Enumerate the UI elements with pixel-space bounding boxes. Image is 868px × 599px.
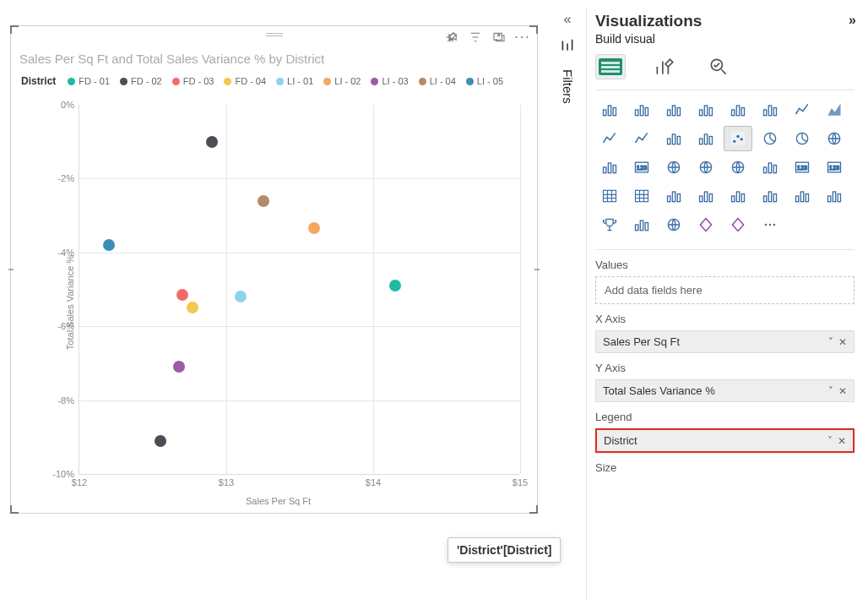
legend-item[interactable]: FD - 01 <box>68 76 110 86</box>
more-options-icon[interactable]: ··· <box>515 30 530 45</box>
resize-handle-br[interactable] <box>529 505 538 514</box>
svg-rect-14 <box>677 108 680 116</box>
filter-icon[interactable] <box>468 30 483 45</box>
format-visual-tab[interactable] <box>649 54 680 79</box>
svg-rect-66 <box>796 196 799 202</box>
expand-panel-icon[interactable]: » <box>849 13 856 28</box>
focus-mode-icon[interactable] <box>491 30 507 45</box>
viz-type-azure-map[interactable] <box>724 155 752 180</box>
pin-icon[interactable] <box>444 30 459 45</box>
chevron-down-icon[interactable]: ˅ <box>827 435 833 447</box>
viz-type-stacked-bar-100[interactable] <box>724 97 752 123</box>
viz-type-clustered-column[interactable] <box>692 97 720 123</box>
viz-type-py[interactable] <box>692 183 720 209</box>
viz-type-kpi[interactable]: 123 <box>788 155 816 180</box>
remove-field-icon[interactable]: ✕ <box>838 336 847 348</box>
resize-handle-tl[interactable] <box>10 25 19 34</box>
viz-type-waterfall[interactable] <box>659 126 688 151</box>
svg-rect-71 <box>838 194 840 202</box>
legend-item[interactable]: LI - 02 <box>323 76 361 86</box>
data-point[interactable] <box>206 136 218 148</box>
viz-type-map[interactable] <box>659 155 688 180</box>
viz-type-clustered-bar[interactable] <box>627 97 656 123</box>
viz-type-card2[interactable]: 123 <box>627 155 656 180</box>
svg-rect-25 <box>672 134 675 144</box>
viz-type-powerapps[interactable] <box>692 212 720 237</box>
viz-type-table[interactable] <box>595 183 624 209</box>
collapse-filters-icon[interactable]: « <box>564 12 572 27</box>
filters-pane-icon[interactable] <box>559 39 576 52</box>
values-well[interactable]: Add data fields here <box>595 276 854 304</box>
viz-type-matrix[interactable] <box>627 183 656 209</box>
analytics-tab[interactable] <box>703 54 734 79</box>
viz-type-treemap[interactable] <box>820 126 849 151</box>
viz-type-more[interactable] <box>756 212 784 237</box>
legend-swatch <box>371 78 378 85</box>
viz-type-stacked-column[interactable] <box>659 97 688 123</box>
legend-label: Legend <box>595 411 854 423</box>
viz-type-funnel[interactable] <box>692 126 720 151</box>
build-visual-tab[interactable] <box>595 54 626 79</box>
viz-type-bar-small[interactable] <box>627 212 656 237</box>
viz-type-key-influencers[interactable] <box>756 183 784 209</box>
chevron-down-icon[interactable]: ˅ <box>828 385 833 397</box>
data-point[interactable] <box>235 291 247 302</box>
viz-type-stacked-bar[interactable] <box>595 97 624 123</box>
data-point[interactable] <box>103 239 115 251</box>
viz-type-pie[interactable] <box>756 126 784 151</box>
svg-rect-52 <box>604 190 616 201</box>
legend-item[interactable]: LI - 04 <box>419 76 456 86</box>
svg-rect-69 <box>828 196 831 202</box>
viz-type-powerautomate[interactable] <box>724 212 752 237</box>
viz-type-paginated[interactable] <box>820 183 849 209</box>
viz-type-map2[interactable] <box>659 212 688 237</box>
data-point[interactable] <box>258 195 269 207</box>
viz-type-decomp[interactable] <box>724 183 752 209</box>
legend-swatch <box>68 78 75 85</box>
data-point[interactable] <box>173 361 185 373</box>
viz-type-filled-map[interactable] <box>692 155 720 180</box>
xaxis-field-chip[interactable]: Sales Per Sq Ft ˅ ✕ <box>595 330 854 353</box>
svg-point-78 <box>773 224 776 226</box>
viz-type-clustered-column-line[interactable] <box>756 97 784 123</box>
viz-type-gauge[interactable] <box>595 155 624 180</box>
viz-type-r[interactable] <box>659 183 688 209</box>
viz-type-donut[interactable] <box>788 126 816 151</box>
scatter-plot-area[interactable]: $12$13$14$150%-2%-4%-6%-8%-10% <box>79 105 520 475</box>
remove-field-icon[interactable]: ✕ <box>838 385 847 397</box>
legend-item[interactable]: FD - 02 <box>120 76 162 86</box>
viz-type-line-clustered[interactable] <box>627 126 656 151</box>
resize-handle-left[interactable] <box>8 269 14 270</box>
legend-item[interactable]: FD - 04 <box>224 76 266 86</box>
viz-type-line[interactable] <box>788 97 816 123</box>
legend-field-chip[interactable]: District ˅ ✕ <box>595 428 854 453</box>
data-point[interactable] <box>176 289 188 301</box>
svg-rect-10 <box>640 106 643 116</box>
chevron-down-icon[interactable]: ˅ <box>828 336 833 348</box>
legend-item[interactable]: LI - 03 <box>371 76 408 86</box>
filters-label[interactable]: Filters <box>561 69 575 104</box>
legend-item-label: LI - 04 <box>430 76 456 86</box>
resize-handle-right[interactable] <box>534 269 540 270</box>
visual-drag-handle[interactable] <box>264 33 285 36</box>
data-point[interactable] <box>308 222 320 234</box>
data-point[interactable] <box>155 435 166 447</box>
data-point[interactable] <box>389 280 401 291</box>
data-point[interactable] <box>187 302 198 313</box>
legend-item[interactable]: LI - 01 <box>276 76 313 86</box>
viz-type-chat[interactable] <box>788 183 816 209</box>
viz-type-scatter-chart[interactable] <box>724 126 752 151</box>
viz-type-line-stacked[interactable] <box>595 126 624 151</box>
svg-rect-28 <box>704 134 707 144</box>
legend-item[interactable]: LI - 05 <box>466 76 503 86</box>
svg-rect-15 <box>700 110 703 116</box>
viz-type-area[interactable] <box>820 97 849 123</box>
yaxis-field-chip[interactable]: Total Sales Variance % ˅ ✕ <box>595 379 854 402</box>
legend-item[interactable]: FD - 03 <box>172 76 214 86</box>
chart-visual-container[interactable]: ··· Sales Per Sq Ft and Total Sales Vari… <box>10 25 538 514</box>
viz-type-trophy[interactable] <box>595 212 624 237</box>
resize-handle-bl[interactable] <box>10 505 19 514</box>
viz-type-gauge2[interactable] <box>756 155 784 180</box>
remove-field-icon[interactable]: ✕ <box>838 435 846 447</box>
viz-type-slicer[interactable]: 123 <box>820 155 849 180</box>
